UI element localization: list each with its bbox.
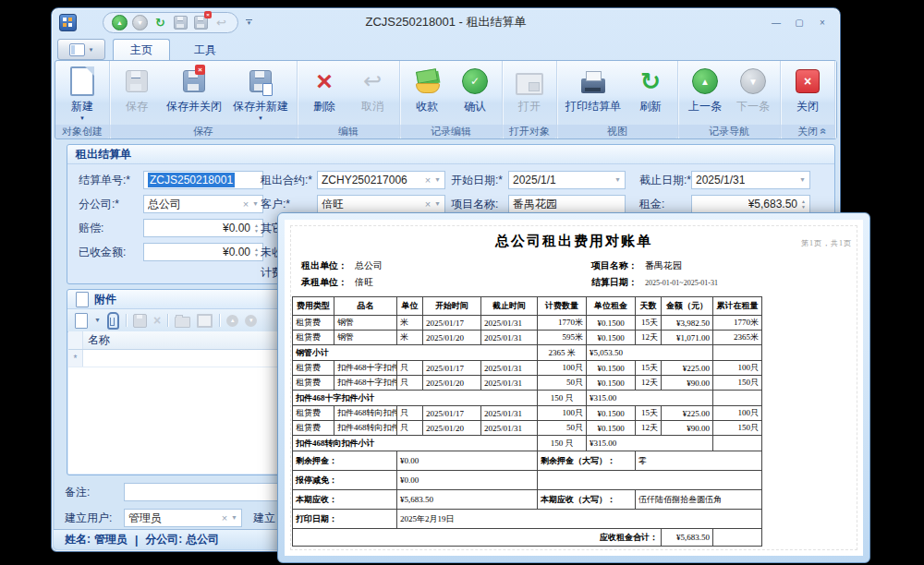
open-window-icon xyxy=(516,73,543,95)
group-label: 视图 xyxy=(557,125,677,138)
up-circle-icon: ▲ xyxy=(112,15,128,30)
contract-combo[interactable]: ZCHY250217006 ×▼ xyxy=(317,171,445,189)
save-and-close-button[interactable]: × 保存并关闭 xyxy=(162,64,226,115)
spinner[interactable]: ▲▼ xyxy=(254,247,259,258)
form-icon xyxy=(69,43,85,56)
chevron-down-icon[interactable]: ▼ xyxy=(231,514,237,522)
money-icon xyxy=(414,69,440,93)
tab-home[interactable]: 主页 xyxy=(113,39,170,60)
contract-label: 租出合约:* xyxy=(261,171,312,189)
move-up-icon[interactable]: ▲ xyxy=(226,315,238,327)
open-button[interactable]: 打开 xyxy=(506,64,553,115)
project-label: 项目名称: xyxy=(451,195,498,213)
previous-record-button[interactable]: ▲ 上一条 xyxy=(682,64,728,115)
save-and-new-button[interactable]: 保存并新建 ▼ xyxy=(228,64,293,122)
clear-icon[interactable]: × xyxy=(425,199,431,210)
lessee-value: 倍旺 xyxy=(355,277,373,287)
delete-attachment-icon[interactable]: × xyxy=(153,314,161,327)
branch-label: 分公司:* xyxy=(79,195,119,213)
maximize-button[interactable]: ▢ xyxy=(793,18,806,28)
group-label: 记录编辑 xyxy=(400,125,502,138)
page-badge-icon xyxy=(262,83,273,96)
divider xyxy=(126,314,127,327)
settle-no-label: 结算单号:* xyxy=(79,171,130,189)
save-icon xyxy=(126,70,148,92)
clear-icon[interactable]: × xyxy=(243,199,249,210)
print-settlement-button[interactable]: 打印结算单 xyxy=(561,64,626,115)
table-row: 租赁费扣件468转向扣件只 2025/01/202025/01/3150只 ¥0… xyxy=(293,421,762,436)
compensation-input[interactable]: ¥0.00 ▲▼ xyxy=(143,219,263,237)
close-window-button[interactable]: × xyxy=(816,18,829,28)
paperclip-icon[interactable] xyxy=(107,312,119,330)
refresh-icon: ↻ xyxy=(155,16,165,30)
delete-x-icon: × xyxy=(316,67,333,95)
delete-button[interactable]: × 删除 xyxy=(301,64,347,115)
save-button[interactable]: 保存 xyxy=(114,64,160,115)
open-attachment-icon[interactable] xyxy=(197,314,213,328)
spinner[interactable]: ▲▼ xyxy=(254,223,259,234)
save-attachment-icon[interactable] xyxy=(133,314,147,328)
total-row: 应收租金合计： ¥5,683.50 xyxy=(293,529,762,547)
lessor-label: 租出单位： xyxy=(301,260,347,270)
clear-icon[interactable]: × xyxy=(425,175,431,186)
next-record-quick-button[interactable]: ▼ xyxy=(132,15,148,30)
next-record-button[interactable]: ▼ 下一条 xyxy=(730,64,776,115)
group-label: 对象创建 xyxy=(55,125,109,138)
start-date-label: 开始日期:* xyxy=(451,171,503,189)
move-down-icon[interactable]: ▼ xyxy=(245,315,257,327)
ribbon-collapse-button[interactable]: « xyxy=(818,128,831,135)
status-divider: | xyxy=(135,534,138,547)
status-name-value: 管理员 xyxy=(94,532,128,547)
customer-combo[interactable]: 倍旺 ×▼ xyxy=(317,195,445,213)
prev-record-quick-button[interactable]: ▲ xyxy=(112,15,128,30)
remark-label: 备注: xyxy=(65,483,90,501)
new-button[interactable]: 新建 ▼ xyxy=(59,64,105,122)
end-date-label: 截止日期:* xyxy=(639,171,691,189)
chevron-down-icon: ▼ xyxy=(247,21,252,26)
branch-combo[interactable]: 总公司 ×▼ xyxy=(143,195,263,213)
end-date-picker[interactable]: 2025/1/31 ▼ xyxy=(691,171,810,189)
report-preview-window[interactable]: 总公司租出费用对账单 第1页，共1页 租出单位：总公司 承租单位：倍旺 项目名称… xyxy=(277,212,870,563)
rent-input[interactable]: ¥5,683.50 ▲▼ xyxy=(691,195,810,213)
undo-quick-button[interactable]: ↩ xyxy=(213,15,229,30)
chevron-down-icon[interactable]: ▼ xyxy=(434,200,441,208)
attachments-title: 附件 xyxy=(94,292,116,307)
save-close-quick-button[interactable]: × xyxy=(193,15,209,30)
new-attachment-icon[interactable] xyxy=(75,313,88,329)
screen: ▲ ▼ ↻ × ↩ ▼ ZCJS250218001 - 租出结算单 — ▢ × … xyxy=(0,0,924,565)
application-menu-button[interactable]: ▼ xyxy=(57,39,105,60)
confirm-button[interactable]: ✓ 确认 xyxy=(452,64,498,115)
start-date-picker[interactable]: 2025/1/1 ▼ xyxy=(508,171,626,189)
chevron-down-icon[interactable]: ▼ xyxy=(434,176,441,184)
tab-tools[interactable]: 工具 xyxy=(177,40,233,60)
up-circle-icon: ▲ xyxy=(692,68,718,94)
refresh-button[interactable]: ↻ 刷新 xyxy=(627,64,674,115)
app-icon xyxy=(59,14,77,31)
refresh-quick-button[interactable]: ↻ xyxy=(152,15,168,30)
settle-no-input[interactable]: ZCJS250218001 xyxy=(143,171,263,189)
status-branch-value: 总公司 xyxy=(186,532,219,547)
group-label: 编辑 xyxy=(298,125,399,138)
receive-payment-button[interactable]: 收款 xyxy=(404,64,450,115)
table-row: 租赁费扣件468十字扣件只 2025/01/202025/01/3150只 ¥0… xyxy=(293,376,762,391)
close-button[interactable]: × 关闭 xyxy=(784,64,831,115)
red-badge-icon: × xyxy=(204,11,212,18)
clear-icon[interactable]: × xyxy=(222,513,227,523)
chevron-down-icon: ▼ xyxy=(89,47,94,53)
undo-arrow-icon: ↩ xyxy=(363,70,382,92)
chevron-down-icon[interactable]: ▼ xyxy=(252,200,259,208)
chevron-down-icon[interactable]: ▼ xyxy=(94,317,101,324)
chevron-down-icon: ▼ xyxy=(79,115,85,121)
new-row-marker: * xyxy=(68,350,83,367)
project-input[interactable]: 番禺花园 xyxy=(508,195,626,213)
minimize-button[interactable]: — xyxy=(770,18,783,28)
customize-qat-button[interactable]: ▼ xyxy=(246,19,252,26)
folder-icon[interactable] xyxy=(175,317,190,328)
chevron-down-icon[interactable]: ▼ xyxy=(799,176,806,184)
spinner[interactable]: ▲▼ xyxy=(801,199,806,210)
save-quick-button[interactable] xyxy=(173,15,188,30)
creator-combo[interactable]: 管理员 ×▼ xyxy=(124,509,242,527)
cancel-button[interactable]: ↩ 取消 xyxy=(349,64,395,115)
chevron-down-icon[interactable]: ▼ xyxy=(614,176,621,184)
received-input[interactable]: ¥0.00 ▲▼ xyxy=(143,243,263,261)
